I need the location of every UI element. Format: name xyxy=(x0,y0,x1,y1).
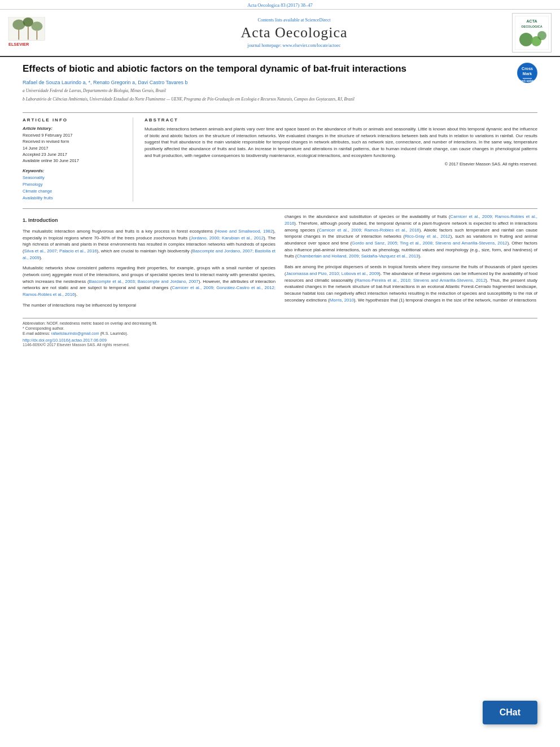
acta-logo: ACTA OECOLOGICA xyxy=(512,13,552,53)
crossmark-icon: Cross Mark check updates xyxy=(517,63,537,83)
svg-text:ACTA: ACTA xyxy=(527,19,537,23)
footnote-abbreviation: Abbreviation: NODF, nestedness metric ba… xyxy=(23,321,537,325)
title-divider xyxy=(23,112,537,113)
article-info-col: ARTICLE INFO Article history: Received 9… xyxy=(23,117,121,202)
journal-header: ELSEVIER Contents lists available at Sci… xyxy=(0,10,560,57)
issn-line: 1146-609X/© 2017 Elsevier Masson SAS. Al… xyxy=(23,343,537,347)
article-info-header: ARTICLE INFO xyxy=(23,117,121,123)
chat-button[interactable]: CHat xyxy=(483,701,537,724)
section1-heading: 1. Introduction xyxy=(23,217,275,225)
journal-homepage: journal homepage: www.elsevier.com/locat… xyxy=(85,43,504,48)
article-history-label: Article history: xyxy=(23,126,121,131)
body-col-right: changes in the abundance and substitutio… xyxy=(285,213,537,312)
body-para-2: Mutualistic networks show consistent pat… xyxy=(23,265,275,298)
abstract-text: Mutualistic interactions between animals… xyxy=(145,126,537,159)
journal-title: Acta Oecologica xyxy=(85,24,504,41)
science-direct-label: Contents lists available at ScienceDirec… xyxy=(85,18,504,23)
keywords-label: Keywords: xyxy=(23,168,121,173)
elsevier-logo-svg: ELSEVIER xyxy=(6,17,73,48)
elsevier-logo-area: ELSEVIER xyxy=(6,17,79,49)
journal-header-center: Contents lists available at ScienceDirec… xyxy=(79,18,509,48)
keywords-list: Seasonality Phenology Climate change Ava… xyxy=(23,174,121,202)
svg-point-3 xyxy=(31,21,42,31)
acta-logo-svg: ACTA OECOLOGICA xyxy=(515,16,549,50)
svg-text:Mark: Mark xyxy=(523,72,532,76)
citation-text: Acta Oecologica 83 (2017) 38–47 xyxy=(247,2,313,8)
body-columns: 1. Introduction The mutualistic interact… xyxy=(23,213,537,312)
article-history-content: Received 9 February 2017 Received in rev… xyxy=(23,132,121,164)
journal-citation: Acta Oecologica 83 (2017) 38–47 xyxy=(0,0,560,10)
acta-logo-area: ACTA OECOLOGICA xyxy=(509,13,554,53)
footnote-area: Abbreviation: NODF, nestedness metric ba… xyxy=(23,318,537,347)
info-abstract-row: ARTICLE INFO Article history: Received 9… xyxy=(23,117,537,202)
body-para-5: Bats are among the principal dispersers … xyxy=(285,264,537,303)
info-abstract-divider xyxy=(133,117,133,202)
body-para-4: changes in the abundance and substitutio… xyxy=(285,213,537,260)
svg-text:Cross: Cross xyxy=(522,67,533,71)
abstract-copyright: © 2017 Elsevier Masson SAS. All rights r… xyxy=(145,161,537,167)
svg-text:ELSEVIER: ELSEVIER xyxy=(8,42,29,47)
article-title-section: Effects of biotic and abiotic factors on… xyxy=(23,63,537,108)
abstract-col: ABSTRACT Mutualistic interactions betwee… xyxy=(145,117,537,202)
footnote-email: E-mail address: rafaelslaurindo@gmail.co… xyxy=(23,331,537,335)
affiliation-a: a Universidade Federal de Lavras, Depart… xyxy=(23,88,509,94)
svg-point-11 xyxy=(519,33,533,46)
body-para-1: The mutualistic interaction among frugiv… xyxy=(23,228,275,261)
svg-text:check updates: check updates xyxy=(518,80,536,82)
affiliation-b: b Laboratório de Ciências Ambientais, Un… xyxy=(23,97,509,103)
body-col-left: 1. Introduction The mutualistic interact… xyxy=(23,213,275,312)
body-para-3: The number of interactions may be influe… xyxy=(23,302,275,309)
svg-text:OECOLOGICA: OECOLOGICA xyxy=(521,25,542,28)
svg-point-13 xyxy=(537,31,546,40)
abstract-divider xyxy=(23,208,537,209)
crossmark-badge: Cross Mark check updates xyxy=(517,63,537,83)
article-title: Effects of biotic and abiotic factors on… xyxy=(23,63,509,75)
footnote-corresponding: * Corresponding author. xyxy=(23,326,537,330)
doi-line: http://dx.doi.org/10.1016/j.actao.2017.0… xyxy=(23,338,537,343)
main-content: Effects of biotic and abiotic factors on… xyxy=(0,57,560,352)
article-title-text: Effects of biotic and abiotic factors on… xyxy=(23,63,509,104)
authors: Rafael de Souza Laurindo a, *, Renato Gr… xyxy=(23,80,509,85)
abstract-header: ABSTRACT xyxy=(145,117,537,123)
